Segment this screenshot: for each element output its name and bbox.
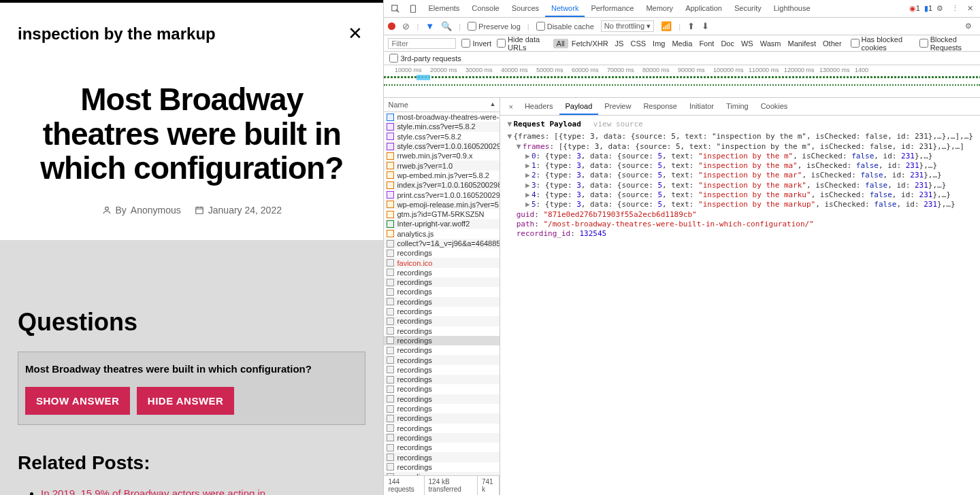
invert-checkbox[interactable]: Invert [461, 39, 491, 48]
request-row[interactable]: recordings [384, 248, 500, 258]
request-row[interactable]: wp-embed.min.js?ver=5.8.2 [384, 171, 500, 180]
filter-type-media[interactable]: Media [668, 39, 696, 48]
request-row[interactable]: index.js?ver=1.0.0.1605200298 [384, 180, 500, 190]
tree-line[interactable]: ▶3: {type: 3, data: {source: 5, text: "i… [507, 181, 973, 190]
request-row[interactable]: recordings [384, 355, 500, 364]
clear-icon[interactable]: ⊘ [402, 21, 410, 31]
tab-application[interactable]: Application [679, 1, 728, 17]
request-row[interactable]: recordings [384, 326, 500, 336]
filter-type-img[interactable]: Img [649, 39, 668, 48]
request-row[interactable]: recordings [384, 452, 500, 462]
filter-type-ws[interactable]: WS [738, 39, 757, 48]
request-row[interactable]: recordings [384, 268, 500, 277]
tab-console[interactable]: Console [466, 1, 505, 17]
close-icon[interactable]: ✕ [345, 20, 365, 47]
tree-line[interactable]: ▶2: {type: 3, data: {source: 5, text: "i… [507, 171, 973, 180]
detail-tab-initiator[interactable]: Initiator [683, 99, 720, 115]
throttling-select[interactable]: No throttling ▾ [601, 20, 654, 32]
tree-line[interactable]: ▶1: {type: 3, data: {source: 5, text: "i… [507, 161, 973, 171]
tab-lighthouse[interactable]: Lighthouse [768, 1, 817, 17]
related-link[interactable]: In 2019, 15.9% of Broadway actors were a… [41, 488, 276, 495]
detail-tab-cookies[interactable]: Cookies [755, 99, 794, 115]
preserve-log-checkbox[interactable]: Preserve log [468, 22, 521, 31]
filter-type-all[interactable]: All [553, 39, 568, 48]
request-row[interactable]: Inter-upright-var.woff2 [384, 219, 500, 228]
upload-icon[interactable]: ⬆ [687, 21, 695, 31]
request-row[interactable]: recordings [384, 316, 500, 326]
blocked-requests-checkbox[interactable]: Blocked Requests [919, 35, 976, 52]
search-icon[interactable]: 🔍 [441, 21, 452, 31]
request-row[interactable]: wp-emoji-release.min.js?ver=5.8.2 [384, 200, 500, 209]
request-row[interactable]: most-broadway-theatres-were-built-in... [384, 112, 500, 122]
close-devtools-icon[interactable]: ✕ [963, 4, 977, 13]
device-icon[interactable] [404, 4, 422, 14]
filter-toggle-icon[interactable]: ▼ [425, 21, 434, 31]
close-detail-icon[interactable]: × [503, 103, 518, 111]
request-row[interactable]: recordings [384, 297, 500, 307]
request-row[interactable]: recordings [384, 394, 500, 404]
request-row[interactable]: analytics.js [384, 229, 500, 239]
request-row[interactable]: rrweb.js?ver=1.0 [384, 160, 500, 170]
request-row[interactable]: recordings [384, 336, 500, 345]
gear-icon[interactable]: ⚙ [961, 22, 976, 31]
tree-line[interactable]: path: "/most-broadway-theatres-were-buil… [507, 220, 973, 229]
request-row[interactable]: recordings [384, 462, 500, 472]
request-row[interactable]: recordings [384, 424, 500, 433]
request-row[interactable]: recordings [384, 277, 500, 287]
record-icon[interactable] [388, 22, 395, 30]
filter-type-css[interactable]: CSS [627, 39, 649, 48]
tree-line[interactable]: guid: "871e0ed276b71903f55a2ecb6d1189cb" [507, 210, 973, 220]
request-row[interactable]: print.css?ver=1.0.0.1605200298 [384, 190, 500, 199]
show-answer-button[interactable]: SHOW ANSWER [25, 387, 130, 415]
disable-cache-checkbox[interactable]: Disable cache [536, 22, 594, 31]
request-row[interactable]: gtm.js?id=GTM-5RKSZ5N [384, 209, 500, 219]
detail-tab-preview[interactable]: Preview [598, 99, 637, 115]
tree-line[interactable]: ▼{frames: [{type: 3, data: {source: 5, t… [507, 132, 973, 141]
tree-line[interactable]: ▶4: {type: 3, data: {source: 5, text: "i… [507, 190, 973, 200]
request-row[interactable]: style.css?ver=5.8.2 [384, 132, 500, 141]
more-icon[interactable]: ⋮ [947, 4, 963, 13]
tree-line[interactable]: ▼frames: [{type: 3, data: {source: 5, te… [507, 142, 973, 152]
request-row[interactable]: recordings [384, 375, 500, 384]
tree-line[interactable]: recording_id: 132545 [507, 229, 973, 239]
request-row[interactable]: rrweb.min.js?ver=0.9.x [384, 151, 500, 160]
filter-type-wasm[interactable]: Wasm [757, 39, 785, 48]
wifi-icon[interactable]: 📶 [661, 21, 672, 31]
request-row[interactable]: recordings [384, 345, 500, 355]
tab-elements[interactable]: Elements [422, 1, 466, 17]
request-row[interactable]: recordings [384, 433, 500, 443]
network-timeline[interactable]: 10000 ms20000 ms30000 ms40000 ms50000 ms… [384, 65, 980, 98]
request-row[interactable]: recordings [384, 404, 500, 413]
third-party-checkbox[interactable]: 3rd-party requests [389, 54, 975, 63]
request-row[interactable]: recordings [384, 287, 500, 296]
view-source-link[interactable]: view source [593, 120, 643, 129]
request-row[interactable]: recordings [384, 307, 500, 316]
tab-security[interactable]: Security [728, 1, 768, 17]
request-row[interactable]: recordings [384, 384, 500, 394]
filter-type-font[interactable]: Font [696, 39, 717, 48]
filter-input[interactable] [388, 38, 456, 49]
filter-type-manifest[interactable]: Manifest [784, 39, 819, 48]
detail-tab-response[interactable]: Response [637, 99, 683, 115]
tab-sources[interactable]: Sources [506, 1, 545, 17]
request-row[interactable]: style.css?ver=1.0.0.1605200298 [384, 141, 500, 151]
download-icon[interactable]: ⬇ [702, 21, 709, 31]
blocked-cookies-checkbox[interactable]: Has blocked cookies [851, 35, 914, 52]
request-row[interactable]: recordings [384, 413, 500, 423]
tab-network[interactable]: Network [545, 1, 585, 17]
request-row[interactable]: collect?v=1&_v=j96&a=464885235&t=. [384, 239, 500, 248]
tab-memory[interactable]: Memory [640, 1, 679, 17]
tree-line[interactable]: ▶0: {type: 3, data: {source: 5, text: "i… [507, 152, 973, 161]
request-row[interactable]: favicon.ico [384, 258, 500, 267]
tree-line[interactable]: ▶5: {type: 3, data: {source: 5, text: "i… [507, 200, 973, 209]
request-row[interactable]: recordings [384, 365, 500, 375]
filter-type-js[interactable]: JS [612, 39, 627, 48]
detail-tab-headers[interactable]: Headers [519, 99, 559, 115]
gear-icon[interactable]: ⚙ [932, 4, 947, 13]
detail-tab-payload[interactable]: Payload [559, 99, 599, 115]
tab-performance[interactable]: Performance [585, 1, 640, 17]
hide-answer-button[interactable]: HIDE ANSWER [137, 387, 235, 415]
error-badge[interactable]: ◉1 [909, 4, 920, 13]
info-badge[interactable]: ▮1 [924, 4, 932, 13]
filter-type-doc[interactable]: Doc [717, 39, 738, 48]
